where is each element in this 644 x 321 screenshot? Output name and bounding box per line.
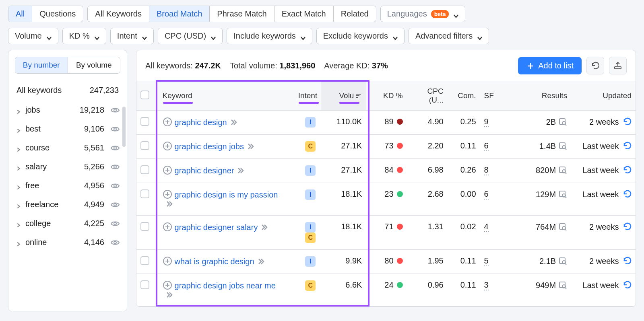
refresh-row-icon[interactable] [623,222,632,231]
keyword-link[interactable]: graphic design jobs near me [175,281,276,290]
row-checkbox[interactable] [140,222,149,231]
col-com[interactable]: Com. [448,81,480,111]
eye-icon[interactable] [111,238,120,247]
row-checkbox[interactable] [140,189,149,198]
row-checkbox[interactable] [140,141,149,150]
keyword-link[interactable]: graphic design is my passion [175,190,278,199]
sidebar-item-free[interactable]: free4,956 [8,176,127,195]
serp-icon[interactable] [558,117,567,126]
match-tab-broad-match[interactable]: Broad Match [149,6,209,22]
scope-tab-questions[interactable]: Questions [32,6,83,22]
eye-icon[interactable] [111,106,120,115]
cell-sf[interactable]: 4 [480,216,505,250]
sidebar-tab-by-number[interactable]: By number [15,57,68,73]
col-keyword[interactable]: Keyword [159,81,290,111]
cell-sf[interactable]: 9 [480,111,505,135]
double-chevron-icon[interactable] [230,119,237,126]
sidebar-tab-by-volume[interactable]: By volume [68,57,120,73]
row-checkbox[interactable] [140,256,149,265]
filter-cpc-usd-[interactable]: CPC (USD) [158,28,223,44]
expand-icon[interactable] [163,189,172,199]
keyword-link[interactable]: graphic designer salary [175,223,258,232]
sidebar-item-salary[interactable]: salary5,266 [8,157,127,176]
expand-icon[interactable] [163,280,172,290]
sidebar-item-jobs[interactable]: jobs19,218 [8,101,127,119]
serp-icon[interactable] [558,280,567,289]
double-chevron-icon[interactable] [261,224,268,231]
cell-sf[interactable]: 3 [480,274,505,307]
cell-kd: 23 [366,183,407,216]
cell-sf[interactable]: 6 [480,135,505,159]
languages-dropdown[interactable]: Languages beta [380,6,466,22]
cell-sf[interactable]: 8 [480,159,505,183]
keyword-link[interactable]: graphic design jobs [175,142,244,151]
refresh-row-icon[interactable] [623,141,632,150]
double-chevron-icon[interactable] [237,167,244,174]
serp-icon[interactable] [558,141,567,150]
match-tab-phrase-match[interactable]: Phrase Match [209,6,274,22]
sidebar-item-course[interactable]: course5,561 [8,138,127,157]
keyword-link[interactable]: graphic designer [175,166,234,175]
expand-icon[interactable] [163,117,172,127]
cell-sf[interactable]: 6 [480,183,505,216]
expand-icon[interactable] [163,165,172,175]
filter-exclude-keywords[interactable]: Exclude keywords [316,28,405,44]
add-to-list-button[interactable]: Add to list [518,57,582,74]
col-volume[interactable]: Volu [321,81,366,111]
refresh-button[interactable] [586,57,604,74]
sidebar-scrollbar[interactable] [122,107,126,147]
col-sf[interactable]: SF [480,81,505,111]
expand-icon[interactable] [163,141,172,151]
filter-include-keywords[interactable]: Include keywords [227,28,312,44]
sidebar-item-best[interactable]: best9,106 [8,119,127,138]
eye-icon[interactable] [111,144,120,152]
serp-icon[interactable] [558,189,567,198]
filter-kd-[interactable]: KD % [62,28,106,44]
export-button[interactable] [609,57,627,74]
keyword-link[interactable]: graphic design [175,118,227,127]
sidebar-item-freelance[interactable]: freelance4,949 [8,195,127,214]
eye-icon[interactable] [111,125,120,134]
double-chevron-icon[interactable] [166,200,173,208]
expand-icon[interactable] [163,222,172,232]
serp-icon[interactable] [558,256,567,265]
keyword-link[interactable]: what is graphic design [175,257,254,266]
col-kd[interactable]: KD % [366,81,407,111]
match-tab-related[interactable]: Related [333,6,376,22]
serp-icon[interactable] [558,222,567,231]
sidebar-all-row[interactable]: All keywords 247,233 [8,80,127,101]
refresh-row-icon[interactable] [623,189,632,198]
col-intent[interactable]: Intent [289,81,321,111]
expand-icon[interactable] [163,256,172,266]
col-cpc[interactable]: CPC (U... [407,81,448,111]
col-results[interactable]: Results [504,81,571,111]
double-chevron-icon[interactable] [247,143,254,150]
eye-icon[interactable] [111,163,120,171]
double-chevron-icon[interactable] [166,291,173,298]
eye-icon[interactable] [111,219,120,228]
eye-icon[interactable] [111,181,120,190]
row-checkbox[interactable] [140,117,149,126]
row-checkbox[interactable] [140,280,149,289]
row-checkbox[interactable] [140,165,149,174]
filter-intent[interactable]: Intent [110,28,154,44]
cell-volume: 110.0K [321,111,366,135]
col-checkbox[interactable] [136,81,159,111]
serp-icon[interactable] [558,165,567,174]
filter-advanced-filters[interactable]: Advanced filters [409,28,489,44]
refresh-row-icon[interactable] [623,165,632,174]
refresh-row-icon[interactable] [623,256,632,265]
cell-sf[interactable]: 5 [480,250,505,274]
chevron-down-icon [141,33,147,39]
match-tab-all-keywords[interactable]: All Keywords [88,6,149,22]
sidebar-item-college[interactable]: college4,225 [8,214,127,233]
refresh-row-icon[interactable] [623,280,632,289]
match-tab-exact-match[interactable]: Exact Match [274,6,333,22]
filter-volume[interactable]: Volume [8,28,58,44]
scope-tab-all[interactable]: All [8,6,32,22]
refresh-row-icon[interactable] [623,117,632,126]
sidebar-item-online[interactable]: online4,146 [8,233,127,252]
col-updated[interactable]: Updated [571,81,636,111]
eye-icon[interactable] [111,200,120,209]
double-chevron-icon[interactable] [258,258,265,265]
